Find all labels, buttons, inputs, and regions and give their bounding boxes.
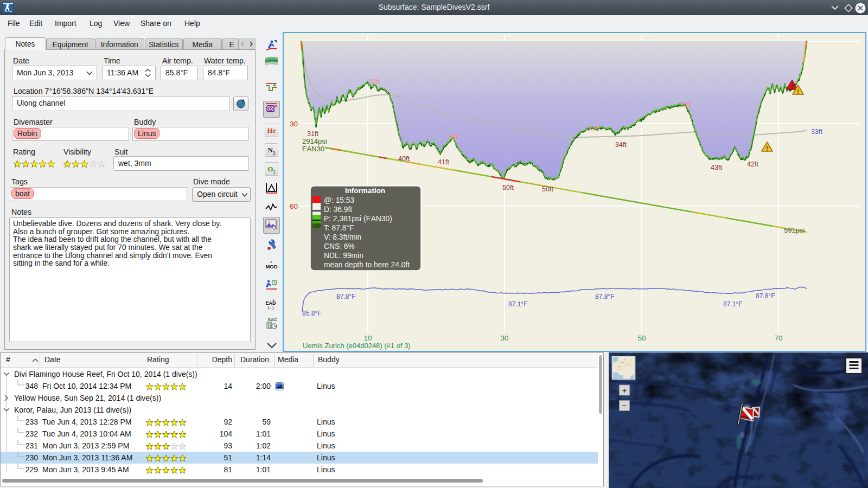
svg-text:34ft: 34ft (615, 141, 627, 149)
svg-text:!: ! (791, 84, 793, 90)
svg-text:(...): (...) (267, 305, 274, 310)
svg-text:31ft: 31ft (307, 130, 318, 138)
svg-text:EAN30: EAN30 (302, 145, 324, 153)
svg-text:85.8°F: 85.8°F (302, 310, 321, 317)
svg-text:10: 10 (363, 334, 372, 342)
svg-text:−: − (622, 401, 627, 410)
svg-text:87.1°F: 87.1°F (508, 300, 527, 308)
svg-text:50ft: 50ft (502, 184, 514, 191)
svg-text:+: + (622, 386, 627, 395)
svg-text:43ft: 43ft (711, 164, 722, 171)
svg-text:2914psi: 2914psi (302, 137, 327, 145)
svg-text:15ft: 15ft (368, 78, 380, 86)
svg-text:V: 8.3ft/min: V: 8.3ft/min (324, 233, 361, 241)
svg-text:60: 60 (290, 202, 298, 210)
svg-text:30: 30 (290, 120, 298, 128)
svg-text:Uemis Zurich (e04d0248) (#1 of: Uemis Zurich (e04d0248) (#1 of 3) (303, 342, 411, 350)
svg-text:40ft: 40ft (398, 155, 410, 163)
svg-text:NDL: 99min: NDL: 99min (324, 252, 363, 260)
svg-text:@: 15:53: @: 15:53 (324, 196, 355, 204)
svg-text:mean depth to here 24.0ft: mean depth to here 24.0ft (324, 261, 410, 269)
svg-text:50: 50 (637, 334, 646, 342)
svg-text:MOD: MOD (265, 264, 277, 269)
svg-text:42ft: 42ft (747, 160, 758, 168)
svg-text:P: 2,381psi (EAN30): P: 2,381psi (EAN30) (324, 215, 392, 223)
svg-text:D: 36.9ft: D: 36.9ft (324, 206, 352, 214)
svg-text:31ft: 31ft (588, 125, 599, 133)
svg-text:35ft: 35ft (448, 133, 459, 140)
svg-text:87.8°F: 87.8°F (595, 293, 614, 300)
svg-text:SAC: SAC (268, 317, 277, 322)
svg-text:30: 30 (500, 334, 508, 342)
svg-text:23ft: 23ft (680, 101, 691, 108)
svg-text:33ft: 33ft (811, 128, 822, 136)
svg-text:41ft: 41ft (438, 158, 449, 166)
svg-text:50ft: 50ft (542, 185, 553, 193)
svg-text:70: 70 (774, 334, 782, 342)
svg-text:87.8°F: 87.8°F (756, 292, 775, 300)
svg-text:!: ! (797, 89, 799, 95)
svg-text:87.8°F: 87.8°F (336, 293, 355, 300)
svg-text:!: ! (766, 146, 768, 152)
svg-text:Information: Information (345, 187, 385, 195)
svg-text:T: 87.8°F: T: 87.8°F (324, 224, 354, 232)
svg-text:CNS: 6%: CNS: 6% (324, 242, 355, 251)
svg-text:591psi: 591psi (784, 226, 805, 234)
svg-text:87.1°F: 87.1°F (723, 300, 742, 308)
